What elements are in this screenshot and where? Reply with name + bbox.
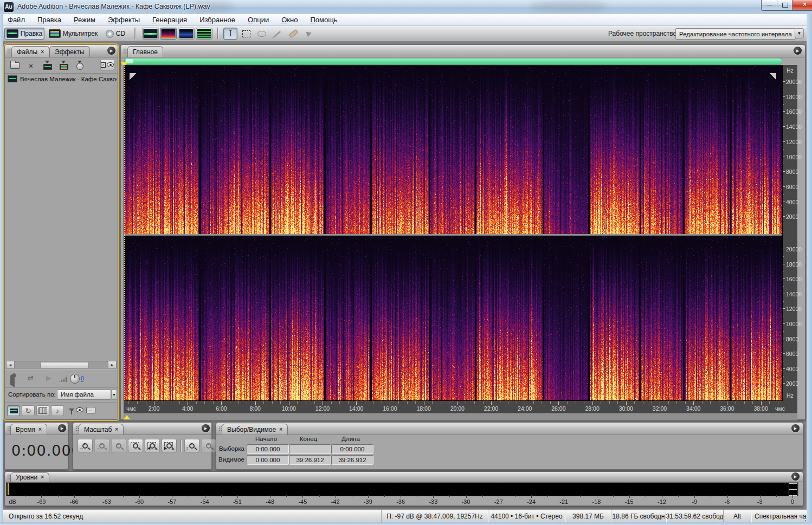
spectral-phase-display-button[interactable]	[196, 28, 212, 40]
scrub-tool[interactable]	[302, 28, 316, 40]
corner-handle-right-icon[interactable]	[769, 73, 776, 80]
visible-end-field[interactable]: 39:26.912	[289, 455, 331, 465]
current-time-display[interactable]: 0:00.000	[11, 442, 81, 459]
minimize-button[interactable]: —	[761, 0, 778, 11]
time-ruler[interactable]: чмс2:004:006:008:0010:0012:0014:0016:001…	[124, 401, 797, 413]
panel-grip[interactable]	[7, 48, 11, 54]
menu-item-Избранное[interactable]: Избранное	[199, 16, 235, 24]
visible-start-field[interactable]: 0:00.000	[247, 455, 289, 465]
close-icon[interactable]: ×	[41, 49, 44, 55]
navigator-bar[interactable]	[124, 58, 782, 65]
effects-paintbrush-tool[interactable]	[270, 28, 285, 40]
multitrack-view-button[interactable]: Мультитрек	[47, 28, 100, 40]
panel-menu-button[interactable]: ▶	[794, 47, 802, 55]
zoom-in-horizontal-button[interactable]: +↔	[78, 439, 93, 452]
tab-files[interactable]: Файлы ×	[11, 46, 49, 57]
menu-item-Режим[interactable]: Режим	[74, 16, 95, 24]
playhead-bottom-marker[interactable]	[124, 415, 130, 419]
selection-start-field[interactable]: 0:00.000	[247, 444, 289, 454]
files-horizontal-scrollbar[interactable]: ◄ ►	[6, 361, 117, 368]
insert-into-multitrack-button[interactable]	[56, 59, 71, 73]
menu-item-Генерация[interactable]: Генерация	[152, 16, 187, 24]
advanced-options-button[interactable]: ···	[86, 407, 95, 413]
corner-handle-left-icon[interactable]	[130, 73, 137, 80]
insert-into-edit-button[interactable]	[40, 59, 55, 73]
maximize-button[interactable]	[777, 0, 793, 11]
spot-healing-tool[interactable]	[286, 28, 300, 40]
close-icon[interactable]: ×	[279, 427, 282, 432]
tab-effects[interactable]: Эффекты	[49, 46, 90, 57]
file-list-item[interactable]: Вячеслав Малежик - Кафе Саквоя	[5, 74, 117, 84]
marker-strip[interactable]	[124, 413, 797, 420]
menu-item-Файл[interactable]: Файл	[8, 16, 25, 24]
scroll-left-icon[interactable]: ◄	[7, 361, 15, 368]
file-list[interactable]: Вячеслав Малежик - Кафе Саквоя	[5, 74, 117, 361]
tab-selection-view[interactable]: Выбор/Видимое ×	[222, 424, 288, 435]
loop-play-button[interactable]: ⇄	[28, 374, 34, 382]
panel-menu-button[interactable]: ▶	[107, 47, 115, 55]
zoom-out-horizontal-button[interactable]: −↔	[94, 439, 109, 452]
workspace-select[interactable]: Редактирование частотного интервала	[675, 28, 796, 40]
play-file-button[interactable]: ▶	[46, 374, 51, 382]
show-video-files-button[interactable]	[36, 405, 49, 416]
tab-selection-label: Выбор/Видимое	[227, 426, 276, 433]
zoom-selection-left-button[interactable]: ◄	[145, 439, 160, 452]
selection-end-field[interactable]	[289, 444, 331, 454]
spectral-display-button[interactable]	[160, 28, 177, 40]
panel-menu-button[interactable]: ▶	[202, 424, 210, 432]
spectrogram-canvas[interactable]	[124, 66, 782, 400]
edit-view-button[interactable]: Правка	[4, 28, 44, 40]
menu-item-Опции[interactable]: Опции	[248, 16, 269, 24]
panel-menu-button[interactable]: ▶	[791, 424, 800, 432]
zoom-out-full-button[interactable]: −	[111, 439, 126, 452]
insert-into-cd-button[interactable]	[72, 59, 87, 73]
marquee-selection-tool[interactable]	[239, 28, 253, 40]
tab-time[interactable]: Время ×	[10, 424, 47, 435]
filter-options-button[interactable]	[69, 407, 83, 412]
selection-length-field[interactable]: 0:00.000	[331, 444, 373, 454]
scroll-right-icon[interactable]: ►	[108, 361, 116, 368]
waveform-display-button[interactable]	[142, 28, 159, 40]
title-bar[interactable]: Au Adobe Audition - Вячеслав Малежик - К…	[0, 0, 812, 15]
panel-grip[interactable]	[123, 48, 127, 54]
time-selection-tool[interactable]: I	[223, 28, 237, 40]
visible-length-field[interactable]: 39:26.912	[331, 455, 373, 465]
tab-main[interactable]: Главное	[127, 46, 163, 57]
auto-play-button[interactable]	[10, 375, 15, 385]
spectral-pan-display-button[interactable]	[178, 28, 195, 40]
show-audio-files-button[interactable]	[7, 405, 20, 416]
workspace-dropdown-button[interactable]: ▼	[795, 28, 804, 38]
show-midi-files-button[interactable]: ♪	[51, 405, 64, 416]
waveform-edit-icon	[7, 29, 18, 38]
tab-zoom[interactable]: Масштаб ×	[79, 424, 124, 435]
lasso-selection-tool[interactable]	[255, 28, 269, 40]
close-icon[interactable]: ×	[41, 475, 44, 480]
panel-menu-button[interactable]: ▶	[58, 424, 66, 432]
menu-item-Окно[interactable]: Окно	[281, 16, 298, 24]
scrollbar-thumb[interactable]	[40, 362, 89, 368]
menu-item-Правка[interactable]: Правка	[37, 16, 61, 24]
close-button[interactable]: ×	[792, 0, 812, 11]
cd-view-button[interactable]: CD	[102, 28, 129, 40]
import-file-button[interactable]	[7, 59, 22, 73]
zoom-selection-right-button[interactable]: ►	[162, 439, 177, 452]
frequency-ruler[interactable]: Hz20000180001600014000120001000080006000…	[783, 65, 797, 401]
level-meter[interactable]	[6, 482, 798, 496]
tab-levels[interactable]: Уровни ×	[10, 472, 49, 482]
close-icon[interactable]: ×	[38, 427, 42, 432]
close-icon[interactable]: ×	[115, 427, 118, 432]
display-options-button[interactable]: ✓	[100, 59, 114, 70]
sort-by-select[interactable]: Имя файла	[57, 390, 111, 400]
zoom-in-vertical-button[interactable]: +↕	[184, 439, 199, 452]
preview-volume-knob[interactable]	[70, 374, 80, 384]
spectral-display[interactable]	[124, 65, 783, 402]
close-file-button[interactable]: ×	[23, 59, 38, 73]
sort-dropdown-icon[interactable]: ▼	[111, 390, 117, 400]
menu-item-Эффекты[interactable]: Эффекты	[108, 16, 140, 24]
show-loop-files-button[interactable]: ↻	[22, 405, 35, 416]
ruler-tick	[783, 391, 784, 391]
zoom-to-selection-button[interactable]	[128, 439, 143, 452]
menu-item-Помощь[interactable]: Помощь	[310, 16, 337, 24]
preview-volume-value[interactable]: 0	[81, 375, 84, 382]
panel-menu-button[interactable]: ▶	[791, 472, 800, 481]
